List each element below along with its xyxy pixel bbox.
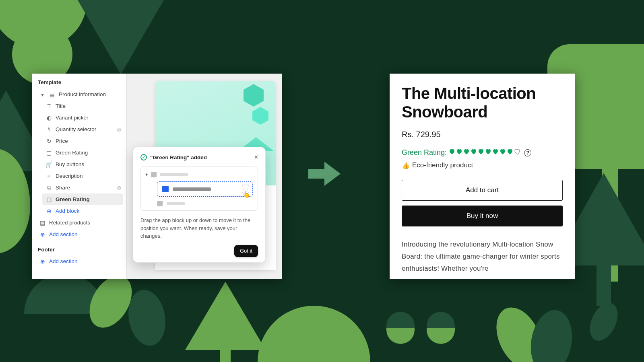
hash-icon: # [46, 126, 52, 132]
share-icon: ⧉ [46, 185, 52, 191]
plus-circle-icon: ⊕ [46, 208, 52, 214]
editor-sidebar: Template ▾ ▤ Product information TTitle◐… [32, 74, 127, 279]
plus-circle-icon: ⊕ [39, 231, 45, 237]
block-label: Green Rating [56, 196, 90, 202]
help-icon[interactable]: ? [524, 149, 531, 156]
product-price: Rs. 729.95 [402, 130, 563, 139]
block-description[interactable]: ≡Description [32, 170, 126, 182]
block-label: Buy buttons [56, 161, 84, 167]
rating-label: Green Rating: [402, 148, 447, 157]
block-buy-buttons[interactable]: 🛒Buy buttons [32, 158, 126, 170]
heart-filled-icon [477, 148, 485, 155]
add-block-button[interactable]: ⊕ Add block [32, 205, 126, 217]
cart-icon: 🛒 [46, 161, 52, 167]
block-variant-picker[interactable]: ◐Variant picker [32, 112, 126, 123]
block-label: Variant picker [56, 115, 89, 121]
success-check-icon: ✓ [140, 154, 147, 160]
thumbs-up-icon: 👍 [402, 162, 410, 169]
variant-icon: ◐ [46, 115, 52, 121]
price-icon: ↻ [46, 138, 52, 144]
block-green-rating[interactable]: ▢Green Rating [32, 147, 126, 158]
section-icon: ▤ [39, 220, 45, 226]
product-title: The Multi-location Snowboard [402, 84, 563, 121]
heart-filled-icon [492, 148, 499, 155]
block-label: Green Rating [56, 150, 88, 156]
section-label: Product information [59, 91, 106, 97]
block-share[interactable]: ⧉Share⊘ [32, 182, 126, 193]
cursor-pointer-icon: 👆 [242, 191, 250, 198]
add-section-label: Add section [49, 231, 78, 237]
heart-filled-icon [470, 148, 477, 155]
block-label: Price [56, 138, 68, 144]
block-icon: ▢ [46, 150, 52, 156]
heart-filled-icon [499, 148, 506, 155]
plus-circle-icon: ⊕ [39, 258, 45, 264]
eco-label: Eco-friendly product [412, 161, 473, 169]
add-to-cart-button[interactable]: Add to cart [402, 180, 563, 201]
sidebar-heading-footer: Footer [32, 240, 126, 255]
block-added-popover: ✓ "Green Rating" added × ⋮⋮ 👆 Drag the a… [133, 147, 266, 263]
block-label: Quantity selector [56, 126, 96, 132]
block-title[interactable]: TTitle [32, 100, 126, 112]
block-label: Share [56, 185, 70, 191]
hidden-eye-icon: ⊘ [117, 126, 122, 133]
section-icon: ▤ [49, 91, 55, 97]
heart-filled-icon [456, 148, 463, 155]
product-page-preview: The Multi-location Snowboard Rs. 729.95 … [390, 74, 575, 279]
heart-filled-icon [448, 148, 456, 155]
section-related-products[interactable]: ▤ Related products [32, 217, 126, 228]
block-label: Description [56, 173, 83, 179]
block-label: Title [56, 103, 66, 109]
buy-it-now-button[interactable]: Buy it now [402, 206, 563, 226]
add-section-footer-button[interactable]: ⊕ Add section [32, 255, 126, 267]
popover-body: Drag the app block up or down to move it… [140, 216, 258, 240]
section-product-information[interactable]: ▾ ▤ Product information [32, 88, 126, 100]
theme-editor-panel: Template ▾ ▤ Product information TTitle◐… [32, 74, 282, 279]
add-block-label: Add block [56, 208, 79, 214]
add-section-button[interactable]: ⊕ Add section [32, 228, 126, 240]
green-rating-row: Green Rating: ? [402, 148, 563, 157]
text-icon: T [46, 103, 52, 109]
block-price[interactable]: ↻Price [32, 135, 126, 147]
popover-illustration: ⋮⋮ 👆 [140, 167, 258, 211]
product-description: Introducing the revolutionary Multi-loca… [402, 239, 563, 274]
chevron-down-icon: ▾ [39, 91, 45, 97]
block-green-rating-selected[interactable]: ▢ Green Rating [42, 193, 123, 205]
heart-empty-icon [514, 148, 521, 155]
close-icon[interactable]: × [254, 154, 258, 161]
arrow-right-icon [308, 162, 341, 186]
add-section-label: Add section [49, 258, 78, 264]
sidebar-heading-template: Template [32, 74, 126, 88]
lines-icon: ≡ [46, 173, 52, 179]
heart-filled-icon [506, 148, 514, 155]
got-it-button[interactable]: Got it [234, 245, 258, 257]
popover-title: "Green Rating" added [150, 154, 207, 160]
eco-friendly-badge: 👍 Eco-friendly product [402, 161, 563, 169]
hidden-eye-icon: ⊘ [117, 185, 122, 191]
heart-filled-icon [485, 148, 492, 155]
section-label: Related products [49, 220, 90, 226]
block-quantity-selector[interactable]: #Quantity selector⊘ [32, 123, 126, 135]
heart-filled-icon [463, 148, 470, 155]
block-icon: ▢ [46, 196, 52, 202]
